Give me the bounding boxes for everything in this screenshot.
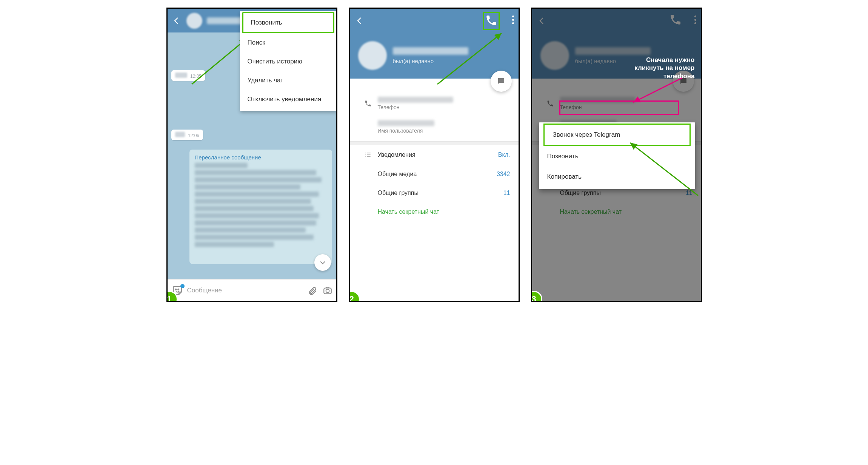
menu-call[interactable]: Позвонить bbox=[242, 12, 334, 33]
incoming-message-2[interactable]: 12:06 bbox=[171, 130, 203, 140]
phone-icon[interactable] bbox=[485, 14, 498, 27]
message-input[interactable]: Сообщение bbox=[187, 287, 302, 294]
list-icon bbox=[364, 151, 372, 159]
secret-chat-label: Начать секретный чат bbox=[378, 209, 440, 215]
scroll-down-button[interactable] bbox=[314, 254, 331, 271]
step-badge-2: 2 bbox=[349, 291, 360, 302]
more-icon bbox=[512, 15, 514, 24]
screen-2: был(а) недавно Телефон Имя пользователя bbox=[349, 8, 520, 302]
notifications-value: Вкл. bbox=[498, 151, 510, 158]
msg-time: 12:06 bbox=[188, 133, 199, 138]
groups-value: 11 bbox=[503, 190, 510, 196]
menu-mute[interactable]: Отключить уведомления bbox=[240, 90, 337, 109]
ctx-telegram-call[interactable]: Звонок через Telegram bbox=[543, 124, 691, 146]
phone-icon bbox=[364, 100, 372, 107]
media-label: Общие медиа bbox=[378, 171, 417, 178]
attachment-icon[interactable] bbox=[308, 286, 317, 295]
camera-icon[interactable] bbox=[323, 286, 332, 295]
media-value: 3342 bbox=[497, 171, 510, 178]
phone-context-menu: Звонок через Telegram Позвонить Копирова… bbox=[539, 122, 695, 189]
shared-media-row[interactable]: Общие медиа 3342 bbox=[350, 165, 519, 184]
profile-band: был(а) недавно bbox=[350, 32, 519, 79]
forwarded-message[interactable]: Пересланное сообщение bbox=[189, 150, 332, 264]
forwarded-label: Пересланное сообщение bbox=[195, 154, 327, 161]
shared-groups-row[interactable]: Общие группы 11 bbox=[350, 184, 519, 202]
profile-name bbox=[393, 47, 468, 55]
phone-number-highlight bbox=[559, 100, 679, 115]
svg-point-1 bbox=[178, 289, 179, 290]
menu-delete-chat[interactable]: Удалить чат bbox=[240, 71, 337, 90]
profile-status: был(а) недавно bbox=[393, 58, 468, 64]
profile-content: Телефон Имя пользователя Уведомления Вкл… bbox=[350, 79, 519, 221]
call-button-highlight bbox=[483, 12, 500, 30]
screen-1: 12:05 12:06 Пересланное сообщение Сообще… bbox=[166, 8, 337, 302]
username-label: Имя пользователя bbox=[378, 128, 510, 134]
username-value bbox=[378, 120, 434, 126]
groups-label: Общие группы bbox=[378, 190, 419, 196]
avatar[interactable] bbox=[186, 13, 202, 29]
more-button[interactable] bbox=[512, 15, 514, 24]
incoming-message-1[interactable]: 12:05 bbox=[171, 70, 205, 81]
message-fab[interactable] bbox=[491, 71, 512, 92]
msg-time: 12:05 bbox=[190, 74, 202, 79]
notifications-label: Уведомления bbox=[378, 151, 416, 158]
chat-icon bbox=[497, 77, 506, 86]
phone-label: Телефон bbox=[378, 104, 510, 110]
screen-3: был(а) недавно Телефон Имя пользователя bbox=[531, 8, 702, 302]
back-icon[interactable] bbox=[172, 16, 181, 25]
profile-avatar[interactable] bbox=[358, 41, 387, 70]
phone-number-value bbox=[378, 97, 453, 103]
ctx-call[interactable]: Позвонить bbox=[539, 146, 695, 167]
phone-row[interactable]: Телефон bbox=[350, 94, 519, 118]
back-icon[interactable] bbox=[355, 16, 364, 25]
secret-chat-row[interactable]: Начать секретный чат bbox=[350, 202, 519, 221]
annotation-note: Сначала нужно кликнуть на номер телефона bbox=[616, 56, 695, 80]
svg-point-3 bbox=[326, 289, 329, 292]
menu-clear-history[interactable]: Очистить историю bbox=[240, 52, 337, 71]
svg-point-0 bbox=[175, 289, 176, 290]
ctx-copy[interactable]: Копировать bbox=[539, 167, 695, 187]
username-row[interactable]: Имя пользователя bbox=[350, 118, 519, 141]
message-input-bar: Сообщение bbox=[168, 279, 336, 301]
menu-search[interactable]: Поиск bbox=[240, 33, 337, 52]
chat-options-menu: Позвонить Поиск Очистить историю Удалить… bbox=[240, 11, 337, 111]
chevron-down-icon bbox=[319, 259, 326, 266]
notifications-row[interactable]: Уведомления Вкл. bbox=[350, 145, 519, 165]
